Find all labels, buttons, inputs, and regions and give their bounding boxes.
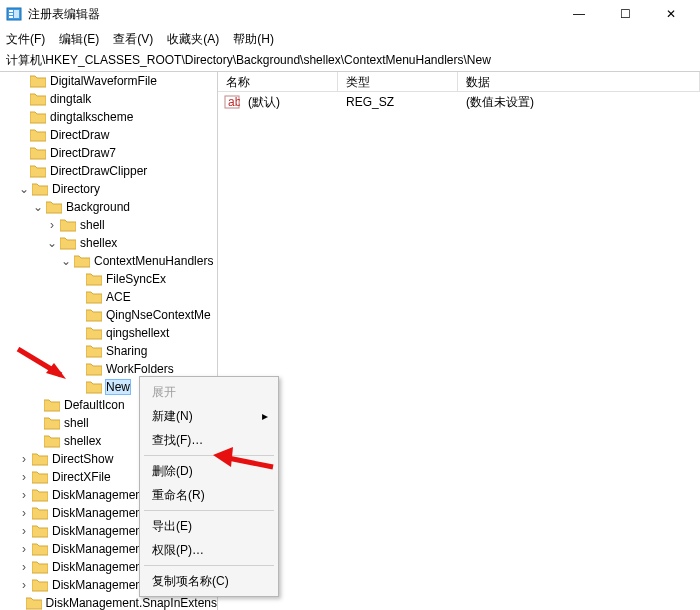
svg-rect-2 <box>9 13 13 15</box>
value-data: (数值未设置) <box>458 94 700 111</box>
column-name[interactable]: 名称 <box>218 72 338 91</box>
folder-icon <box>86 326 102 340</box>
tree-item-label: DirectDrawClipper <box>50 164 147 178</box>
tree-item[interactable]: DirectDraw7 <box>0 144 217 162</box>
menu-item-new[interactable]: 新建(N)▸ <box>142 404 276 428</box>
tree-item-label: shell <box>80 218 105 232</box>
folder-icon <box>32 560 48 574</box>
tree-item[interactable]: QingNseContextMe <box>0 306 217 324</box>
chevron-right-icon[interactable]: › <box>18 506 30 520</box>
folder-icon <box>44 434 60 448</box>
titlebar: 注册表编辑器 — ☐ ✕ <box>0 0 700 28</box>
folder-icon <box>44 416 60 430</box>
folder-icon <box>44 398 60 412</box>
folder-icon <box>30 128 46 142</box>
menu-edit[interactable]: 编辑(E) <box>59 31 99 48</box>
chevron-right-icon[interactable]: › <box>46 218 58 232</box>
regedit-icon <box>6 6 22 22</box>
folder-icon <box>60 236 76 250</box>
menu-item-copy-keyname[interactable]: 复制项名称(C) <box>142 569 276 593</box>
string-value-icon: ab <box>224 94 240 110</box>
chevron-right-icon[interactable]: › <box>18 542 30 556</box>
folder-icon <box>32 452 48 466</box>
tree-item[interactable]: dingtalkscheme <box>0 108 217 126</box>
column-type[interactable]: 类型 <box>338 72 458 91</box>
folder-icon <box>26 596 42 610</box>
tree-item-label: shellex <box>64 434 101 448</box>
tree-item-label: DigitalWaveformFile <box>50 74 157 88</box>
tree-item[interactable]: dingtalk <box>0 90 217 108</box>
tree-item[interactable]: ⌄Directory <box>0 180 217 198</box>
menu-favorites[interactable]: 收藏夹(A) <box>167 31 219 48</box>
chevron-down-icon[interactable]: ⌄ <box>46 236 58 250</box>
tree-item[interactable]: ⌄Background <box>0 198 217 216</box>
folder-icon <box>32 182 48 196</box>
menu-item-rename[interactable]: 重命名(R) <box>142 483 276 507</box>
folder-icon <box>32 578 48 592</box>
column-data[interactable]: 数据 <box>458 72 700 91</box>
tree-item-label: DiskManagement.SnapInExtens <box>46 596 217 610</box>
menu-item-delete[interactable]: 删除(D) <box>142 459 276 483</box>
folder-icon <box>32 488 48 502</box>
value-row[interactable]: ab (默认) REG_SZ (数值未设置) <box>218 92 700 112</box>
menu-help[interactable]: 帮助(H) <box>233 31 274 48</box>
tree-item[interactable]: Sharing <box>0 342 217 360</box>
maximize-button[interactable]: ☐ <box>602 0 648 28</box>
tree-item[interactable]: DigitalWaveformFile <box>0 72 217 90</box>
tree-item-label: ACE <box>106 290 131 304</box>
chevron-right-icon[interactable]: › <box>18 488 30 502</box>
menu-item-expand: 展开 <box>142 380 276 404</box>
address-text: 计算机\HKEY_CLASSES_ROOT\Directory\Backgrou… <box>6 52 491 69</box>
chevron-down-icon[interactable]: ⌄ <box>18 182 30 196</box>
chevron-right-icon: ▸ <box>262 409 268 423</box>
main-split: DigitalWaveformFiledingtalkdingtalkschem… <box>0 72 700 610</box>
chevron-right-icon[interactable]: › <box>18 524 30 538</box>
tree-item[interactable]: ⌄shellex <box>0 234 217 252</box>
value-list-pane: 名称 类型 数据 ab (默认) REG_SZ (数值未设置) <box>218 72 700 610</box>
tree-item-label: DiskManagemen <box>52 578 142 592</box>
tree-item-label: DiskManagemen <box>52 524 142 538</box>
tree-item-label: QingNseContextMe <box>106 308 211 322</box>
menu-view[interactable]: 查看(V) <box>113 31 153 48</box>
address-bar[interactable]: 计算机\HKEY_CLASSES_ROOT\Directory\Backgrou… <box>0 50 700 72</box>
tree-item[interactable]: ACE <box>0 288 217 306</box>
window-controls: — ☐ ✕ <box>556 0 694 28</box>
tree-item-label: ContextMenuHandlers <box>94 254 213 268</box>
tree-item-label: shell <box>64 416 89 430</box>
chevron-right-icon[interactable]: › <box>18 560 30 574</box>
tree-item-label: DiskManagemen <box>52 542 142 556</box>
menu-item-export[interactable]: 导出(E) <box>142 514 276 538</box>
tree-item[interactable]: FileSyncEx <box>0 270 217 288</box>
chevron-down-icon[interactable]: ⌄ <box>60 254 72 268</box>
minimize-button[interactable]: — <box>556 0 602 28</box>
close-button[interactable]: ✕ <box>648 0 694 28</box>
tree-item-label: Directory <box>52 182 100 196</box>
menu-item-find[interactable]: 查找(F)… <box>142 428 276 452</box>
menu-file[interactable]: 文件(F) <box>6 31 45 48</box>
chevron-right-icon[interactable]: › <box>18 470 30 484</box>
tree-item-label: New <box>106 380 130 394</box>
chevron-right-icon[interactable]: › <box>18 578 30 592</box>
menu-item-permissions[interactable]: 权限(P)… <box>142 538 276 562</box>
chevron-right-icon[interactable]: › <box>18 452 30 466</box>
folder-icon <box>30 146 46 160</box>
tree-item[interactable]: DirectDraw <box>0 126 217 144</box>
svg-rect-3 <box>9 16 13 18</box>
menu-separator <box>144 565 274 566</box>
tree-item[interactable]: qingshellext <box>0 324 217 342</box>
tree-item-label: DiskManagemen <box>52 560 142 574</box>
value-type: REG_SZ <box>338 95 458 109</box>
folder-icon <box>32 470 48 484</box>
folder-icon <box>86 344 102 358</box>
tree-item-label: DefaultIcon <box>64 398 125 412</box>
tree-item[interactable]: DirectDrawClipper <box>0 162 217 180</box>
tree-item-label: DiskManagemen <box>52 488 142 502</box>
tree-item[interactable]: ›shell <box>0 216 217 234</box>
tree-item[interactable]: ⌄ContextMenuHandlers <box>0 252 217 270</box>
folder-icon <box>86 272 102 286</box>
tree-item-label: DirectDraw <box>50 128 109 142</box>
value-name: (默认) <box>240 94 338 111</box>
folder-icon <box>30 110 46 124</box>
folder-icon <box>32 542 48 556</box>
chevron-down-icon[interactable]: ⌄ <box>32 200 44 214</box>
